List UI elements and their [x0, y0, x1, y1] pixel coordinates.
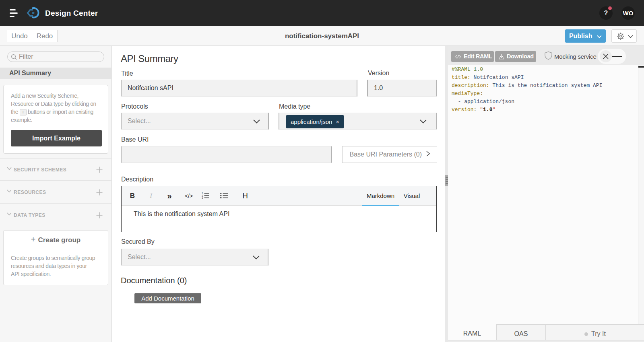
svg-text:3: 3	[202, 196, 203, 199]
